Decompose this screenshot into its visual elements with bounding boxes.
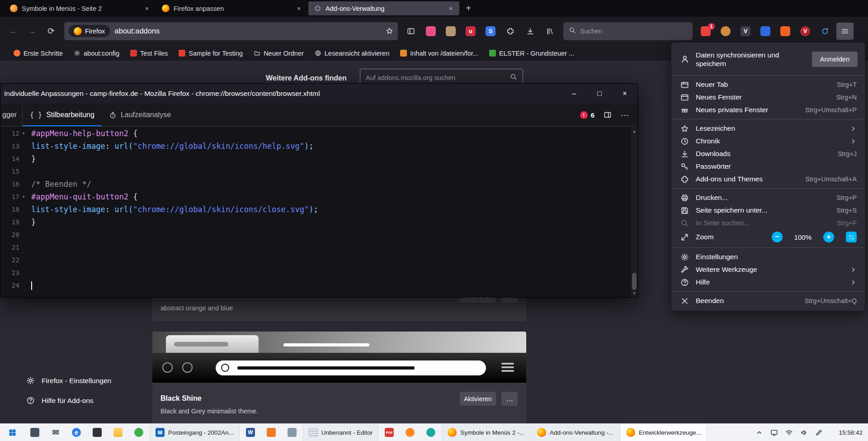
menu-item-weitere-werkzeuge[interactable]: Weitere Werkzeuge: [671, 263, 865, 276]
code-line[interactable]: 14}: [0, 152, 632, 165]
menu-item-sync[interactable]: Daten synchronisieren und speichern Anme…: [671, 46, 865, 72]
theme-title[interactable]: Black Shine: [160, 394, 202, 403]
extension-blue-icon[interactable]: [757, 23, 774, 40]
extension-pink-icon[interactable]: [422, 23, 439, 40]
bookmark-item[interactable]: Erste Schritte: [14, 50, 63, 57]
sign-in-button[interactable]: Anmelden: [812, 52, 858, 67]
menu-item-downloads[interactable]: DownloadsStrg+J: [671, 147, 865, 160]
menu-item-chronik[interactable]: Chronik: [671, 135, 865, 147]
menu-item-einstellungen[interactable]: Einstellungen: [671, 251, 865, 263]
devtools-tab-performance[interactable]: Laufzeitanalyse: [102, 104, 178, 126]
menu-item-zoom[interactable]: Zoom−100%+: [671, 229, 865, 245]
library-icon[interactable]: [542, 23, 559, 40]
taskbar-app-button[interactable]: W: [240, 424, 261, 441]
taskbar-app-button[interactable]: PDF: [379, 424, 400, 441]
menu-button[interactable]: [836, 23, 854, 40]
split-panel-icon[interactable]: [604, 111, 612, 119]
search-input[interactable]: [580, 28, 687, 35]
forward-button[interactable]: →: [24, 23, 41, 40]
browser-tab[interactable]: Symbole in Menüs - Seite 2×: [5, 1, 156, 15]
tray-expand-icon[interactable]: [755, 429, 763, 436]
browser-tab[interactable]: Add-ons-Verwaltung×: [308, 1, 459, 15]
editor-scrollbar[interactable]: ▲ ▼: [631, 127, 637, 297]
bookmark-item[interactable]: Test Files: [130, 50, 168, 57]
extension-red-icon[interactable]: 1: [697, 23, 714, 40]
tab-close-icon[interactable]: ×: [294, 4, 304, 14]
search-bar[interactable]: [563, 22, 693, 40]
menu-item-passwörter[interactable]: Passwörter: [671, 160, 865, 173]
menu-item-in-seite-suchen[interactable]: In Seite suchen...Strg+F: [671, 217, 865, 229]
code-line[interactable]: 19}: [0, 216, 632, 228]
menu-item-lesezeichen[interactable]: Lesezeichen: [671, 122, 865, 135]
code-line[interactable]: 24: [0, 279, 632, 292]
menu-item-seite-speichern-unter[interactable]: Seite speichern unter...Strg+S: [671, 204, 865, 217]
extension-orange-icon[interactable]: [777, 23, 794, 40]
activate-theme-button[interactable]: Aktivieren: [460, 392, 496, 406]
scroll-up-icon[interactable]: ▲: [631, 128, 637, 134]
more-options-button[interactable]: …: [501, 392, 518, 406]
error-count-badge[interactable]: !6: [580, 111, 594, 119]
addons-search-input[interactable]: [366, 74, 506, 81]
sidebar-addons-help[interactable]: Hilfe für Add-ons: [26, 396, 94, 405]
menu-item-neues-fenster[interactable]: Neues FensterStrg+N: [671, 91, 865, 104]
devtools-menu-icon[interactable]: ⋯: [621, 110, 629, 120]
extension-amber-icon[interactable]: [717, 23, 734, 40]
start-button[interactable]: [0, 424, 24, 441]
menu-item-neuer-tab[interactable]: Neuer TabStrg+T: [671, 78, 865, 91]
browser-tab[interactable]: Firefox anpassen×: [156, 1, 307, 15]
menu-item-hilfe[interactable]: Hilfe: [671, 276, 865, 289]
sidebar-firefox-settings[interactable]: Firefox - Einstellungen: [26, 376, 111, 385]
bookmark-item[interactable]: Sample for Testing: [179, 50, 243, 57]
taskbar-window-button[interactable]: Add-ons-Verwaltung -...: [531, 424, 619, 441]
taskbar-window-button[interactable]: Unbenannt - Editor: [303, 424, 378, 441]
taskbar-app-button[interactable]: e: [66, 424, 87, 441]
minimize-button[interactable]: –: [561, 84, 587, 104]
extension-v-dark-icon[interactable]: V: [737, 23, 754, 40]
bookmark-item[interactable]: Leseansicht aktivieren: [315, 50, 389, 57]
url-bar[interactable]: Firefox about:addons: [64, 22, 398, 40]
taskbar-window-button[interactable]: Entwicklerwerkzeuge...: [620, 424, 707, 441]
taskbar-app-button[interactable]: [128, 424, 149, 441]
refresh-extension-icon[interactable]: [816, 23, 834, 40]
taskbar-clock[interactable]: 15:58:42: [830, 429, 863, 436]
menu-item-drucken[interactable]: Drucken...Strg+P: [671, 191, 865, 204]
devtools-tab-debugger-partial[interactable]: gger: [0, 104, 23, 126]
new-tab-button[interactable]: +: [460, 1, 476, 15]
downloads-button-icon[interactable]: [522, 23, 539, 40]
menu-item-neues-privates-fenster[interactable]: Neues privates FensterStrg+Umschalt+P: [671, 104, 865, 116]
pen-icon[interactable]: [815, 429, 823, 436]
bookmark-star-icon[interactable]: [386, 27, 393, 35]
close-button[interactable]: ×: [612, 84, 637, 104]
taskbar-window-button[interactable]: ✉Posteingang - 2002An...: [150, 424, 240, 441]
code-line[interactable]: 17▾#appMenu-quit-button2 {: [0, 190, 632, 203]
code-line[interactable]: 18list-style-image: url("chrome://global…: [0, 203, 632, 216]
scroll-down-icon[interactable]: ▼: [631, 290, 637, 296]
extension-s-icon[interactable]: S: [482, 23, 499, 40]
zoom-out-button[interactable]: −: [772, 232, 783, 242]
code-line[interactable]: 16/* Beenden */: [0, 178, 632, 190]
extension-ublock-icon[interactable]: u: [462, 23, 479, 40]
tab-close-icon[interactable]: ×: [142, 4, 152, 14]
devtools-tab-style-editor[interactable]: { } Stilbearbeitung: [23, 104, 102, 126]
menu-item-beenden[interactable]: BeendenStrg+Umschalt+Q: [671, 294, 865, 307]
zoom-in-button[interactable]: +: [823, 232, 834, 242]
devtools-titlebar[interactable]: Individuelle Anpassungen - camp-firefox.…: [0, 84, 637, 104]
maximize-button[interactable]: □: [587, 84, 612, 104]
code-line[interactable]: 12▾#appMenu-help-button2 {: [0, 127, 632, 140]
taskbar-app-button[interactable]: [87, 424, 108, 441]
bookmark-item[interactable]: Neuer Ordner: [254, 50, 304, 57]
code-line[interactable]: 22: [0, 254, 632, 266]
network-icon[interactable]: [785, 429, 793, 436]
code-line[interactable]: 15: [0, 165, 632, 178]
code-line[interactable]: 21: [0, 241, 632, 254]
monitor-icon[interactable]: [770, 429, 778, 436]
bookmark-item[interactable]: Inhalt von /dateien/for...: [400, 50, 478, 57]
reload-button[interactable]: ⟳: [42, 23, 60, 40]
fullscreen-icon[interactable]: [846, 232, 857, 242]
back-button[interactable]: ←: [5, 23, 22, 40]
taskbar-app-button[interactable]: [108, 424, 128, 441]
volume-icon[interactable]: [800, 429, 808, 436]
taskbar-app-button[interactable]: [400, 424, 420, 441]
menu-item-add-ons-und-themes[interactable]: Add-ons und ThemesStrg+Umschalt+A: [671, 173, 865, 185]
code-line[interactable]: 13list-style-image: url("chrome://global…: [0, 140, 632, 152]
